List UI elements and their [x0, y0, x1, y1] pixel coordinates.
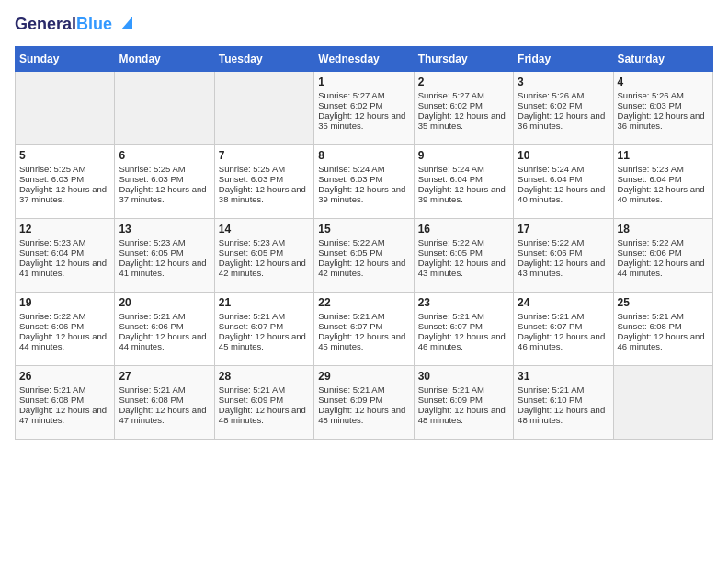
calendar-cell: 17Sunrise: 5:22 AMSunset: 6:06 PMDayligh… [514, 218, 613, 292]
sunrise-text: Sunrise: 5:24 AM [418, 164, 509, 174]
day-number: 23 [418, 296, 509, 309]
svg-marker-0 [121, 17, 132, 29]
day-number: 16 [418, 223, 509, 236]
daylight-text: Daylight: 12 hours and 45 minutes. [318, 331, 409, 351]
calendar-cell: 24Sunrise: 5:21 AMSunset: 6:07 PMDayligh… [514, 292, 613, 365]
daylight-text: Daylight: 12 hours and 44 minutes. [618, 258, 709, 278]
calendar-cell: 28Sunrise: 5:21 AMSunset: 6:09 PMDayligh… [214, 365, 313, 439]
daylight-text: Daylight: 12 hours and 47 minutes. [19, 405, 110, 425]
day-header-thursday: Thursday [414, 46, 513, 71]
daylight-text: Daylight: 12 hours and 41 minutes. [119, 258, 210, 278]
sunrise-text: Sunrise: 5:21 AM [219, 385, 310, 395]
day-number: 30 [418, 370, 509, 383]
sunset-text: Sunset: 6:03 PM [219, 174, 310, 184]
daylight-text: Daylight: 12 hours and 36 minutes. [618, 110, 709, 131]
sunset-text: Sunset: 6:08 PM [618, 321, 709, 331]
calendar-cell: 6Sunrise: 5:25 AMSunset: 6:03 PMDaylight… [115, 144, 214, 218]
sunset-text: Sunset: 6:02 PM [418, 100, 509, 110]
daylight-text: Daylight: 12 hours and 48 minutes. [518, 405, 609, 425]
daylight-text: Daylight: 12 hours and 41 minutes. [19, 258, 110, 278]
week-row-2: 5Sunrise: 5:25 AMSunset: 6:03 PMDaylight… [16, 144, 713, 218]
logo-icon [114, 13, 134, 33]
calendar-cell: 1Sunrise: 5:27 AMSunset: 6:02 PMDaylight… [314, 71, 414, 144]
calendar-cell: 14Sunrise: 5:23 AMSunset: 6:05 PMDayligh… [214, 218, 313, 292]
calendar-cell: 18Sunrise: 5:22 AMSunset: 6:06 PMDayligh… [613, 218, 712, 292]
calendar-cell: 13Sunrise: 5:23 AMSunset: 6:05 PMDayligh… [115, 218, 214, 292]
daylight-text: Daylight: 12 hours and 46 minutes. [518, 331, 609, 351]
daylight-text: Daylight: 12 hours and 46 minutes. [618, 331, 709, 351]
daylight-text: Daylight: 12 hours and 35 minutes. [318, 110, 409, 131]
day-number: 14 [219, 223, 310, 236]
week-row-3: 12Sunrise: 5:23 AMSunset: 6:04 PMDayligh… [16, 218, 713, 292]
calendar-cell: 15Sunrise: 5:22 AMSunset: 6:05 PMDayligh… [314, 218, 414, 292]
sunset-text: Sunset: 6:09 PM [418, 395, 509, 405]
sunrise-text: Sunrise: 5:21 AM [418, 311, 509, 321]
sunset-text: Sunset: 6:02 PM [318, 100, 409, 110]
day-number: 3 [518, 75, 609, 88]
day-header-saturday: Saturday [613, 46, 712, 71]
sunset-text: Sunset: 6:07 PM [219, 321, 310, 331]
sunrise-text: Sunrise: 5:25 AM [119, 164, 210, 174]
calendar-cell: 31Sunrise: 5:21 AMSunset: 6:10 PMDayligh… [514, 365, 613, 439]
day-number: 6 [119, 149, 210, 162]
day-number: 21 [219, 296, 310, 309]
sunrise-text: Sunrise: 5:25 AM [219, 164, 310, 174]
day-number: 1 [318, 75, 409, 88]
day-number: 15 [318, 223, 409, 236]
calendar-cell: 16Sunrise: 5:22 AMSunset: 6:05 PMDayligh… [414, 218, 513, 292]
sunrise-text: Sunrise: 5:22 AM [618, 237, 709, 247]
week-row-1: 1Sunrise: 5:27 AMSunset: 6:02 PMDaylight… [16, 71, 713, 144]
day-number: 18 [618, 223, 709, 236]
calendar-cell: 29Sunrise: 5:21 AMSunset: 6:09 PMDayligh… [314, 365, 414, 439]
daylight-text: Daylight: 12 hours and 44 minutes. [119, 331, 210, 351]
day-header-monday: Monday [115, 46, 214, 71]
sunrise-text: Sunrise: 5:24 AM [518, 164, 609, 174]
calendar-cell [16, 71, 115, 144]
calendar-cell: 9Sunrise: 5:24 AMSunset: 6:04 PMDaylight… [414, 144, 513, 218]
sunrise-text: Sunrise: 5:25 AM [19, 164, 110, 174]
calendar-cell: 23Sunrise: 5:21 AMSunset: 6:07 PMDayligh… [414, 292, 513, 365]
daylight-text: Daylight: 12 hours and 39 minutes. [318, 184, 409, 204]
sunrise-text: Sunrise: 5:22 AM [518, 237, 609, 247]
calendar-cell [613, 365, 712, 439]
sunrise-text: Sunrise: 5:21 AM [119, 385, 210, 395]
sunrise-text: Sunrise: 5:21 AM [418, 385, 509, 395]
day-number: 31 [518, 370, 609, 383]
sunrise-text: Sunrise: 5:23 AM [119, 237, 210, 247]
day-number: 17 [518, 223, 609, 236]
sunset-text: Sunset: 6:07 PM [318, 321, 409, 331]
sunrise-text: Sunrise: 5:26 AM [618, 90, 709, 100]
day-header-tuesday: Tuesday [214, 46, 313, 71]
day-number: 5 [19, 149, 110, 162]
sunrise-text: Sunrise: 5:21 AM [318, 385, 409, 395]
header-row: SundayMondayTuesdayWednesdayThursdayFrid… [16, 46, 713, 71]
day-header-wednesday: Wednesday [314, 46, 414, 71]
sunset-text: Sunset: 6:10 PM [518, 395, 609, 405]
sunset-text: Sunset: 6:06 PM [19, 321, 110, 331]
daylight-text: Daylight: 12 hours and 38 minutes. [219, 184, 310, 204]
daylight-text: Daylight: 12 hours and 37 minutes. [19, 184, 110, 204]
sunrise-text: Sunrise: 5:22 AM [318, 237, 409, 247]
calendar-table: SundayMondayTuesdayWednesdayThursdayFrid… [15, 46, 713, 440]
day-number: 19 [19, 296, 110, 309]
daylight-text: Daylight: 12 hours and 42 minutes. [318, 258, 409, 278]
sunset-text: Sunset: 6:08 PM [19, 395, 110, 405]
sunset-text: Sunset: 6:02 PM [518, 100, 609, 110]
logo: GeneralBlue [15, 15, 134, 35]
day-number: 24 [518, 296, 609, 309]
sunset-text: Sunset: 6:09 PM [318, 395, 409, 405]
sunset-text: Sunset: 6:03 PM [618, 100, 709, 110]
daylight-text: Daylight: 12 hours and 44 minutes. [19, 331, 110, 351]
day-number: 29 [318, 370, 409, 383]
day-number: 2 [418, 75, 509, 88]
sunrise-text: Sunrise: 5:22 AM [418, 237, 509, 247]
week-row-5: 26Sunrise: 5:21 AMSunset: 6:08 PMDayligh… [16, 365, 713, 439]
sunset-text: Sunset: 6:05 PM [418, 247, 509, 258]
sunrise-text: Sunrise: 5:21 AM [318, 311, 409, 321]
sunrise-text: Sunrise: 5:23 AM [19, 237, 110, 247]
sunset-text: Sunset: 6:06 PM [518, 247, 609, 258]
calendar-cell: 7Sunrise: 5:25 AMSunset: 6:03 PMDaylight… [214, 144, 313, 218]
day-number: 13 [119, 223, 210, 236]
sunset-text: Sunset: 6:07 PM [418, 321, 509, 331]
day-header-sunday: Sunday [16, 46, 115, 71]
